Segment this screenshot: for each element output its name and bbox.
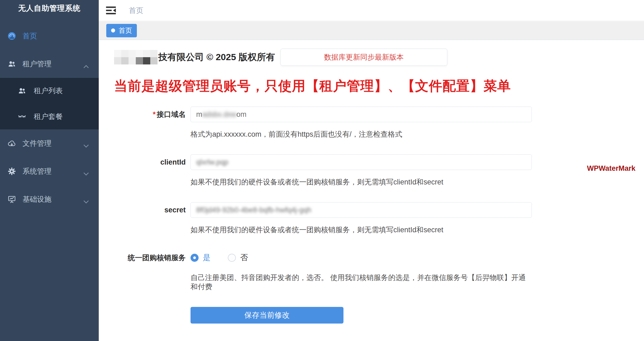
form-row-client-id: clientId qlxrlw.pqp 如果不使用我们的硬件设备或者统一团购核销… (114, 154, 644, 187)
sidebar-item-label: 租户套餐 (34, 112, 63, 121)
groupbuy-radio-group: 是 否 (191, 250, 532, 266)
radio-yes[interactable]: 是 (191, 252, 211, 263)
sidebar-item-file-management[interactable]: 文件管理 (0, 129, 99, 157)
radio-selected-icon (191, 254, 199, 262)
tags-bar: 首页 (99, 21, 644, 40)
redacted-value: adsbx.dxw (202, 110, 237, 119)
secret-label: secret (114, 202, 191, 234)
sidebar-item-label: 租户列表 (34, 86, 63, 96)
client-id-help-text: 如果不使用我们的硬件设备或者统一团购核销服务，则无需填写clientId和sec… (191, 177, 532, 187)
package-icon (17, 112, 27, 121)
secret-help-text: 如果不使用我们的硬件设备或者统一团购核销服务，则无需填写clientId和sec… (191, 225, 532, 234)
copyright-row: 技有限公司 © 2025 版权所有 数据库更新同步最新版本 (114, 49, 644, 66)
admin-warning-text: 当前是超级管理员账号，只使用【租户管理】、【文件配置】菜单 (114, 77, 644, 95)
infrastructure-icon (7, 194, 17, 204)
sidebar-item-home[interactable]: 首页 (0, 22, 99, 50)
chevron-down-icon (83, 169, 89, 173)
db-sync-button[interactable]: 数据库更新同步最新版本 (280, 49, 447, 66)
sidebar-item-tenant-management[interactable]: 租户管理 (0, 50, 99, 78)
client-id-label: clientId (114, 154, 191, 187)
form-row-api-domain: *接口域名 madsbx.dxwom 格式为api.xxxxxx.com，前面没… (114, 107, 644, 139)
redacted-company-name (114, 50, 158, 64)
sidebar-menu: 首页 租户管理 租户列表 (0, 22, 99, 213)
sidebar-item-label: 文件管理 (23, 139, 52, 148)
sidebar-item-tenant-package[interactable]: 租户套餐 (0, 104, 99, 129)
radio-no[interactable]: 否 (228, 252, 248, 263)
copyright-text: 技有限公司 © 2025 版权所有 (158, 51, 275, 63)
sidebar-submenu-tenant: 租户列表 租户套餐 (0, 78, 99, 129)
chevron-down-icon (83, 197, 89, 201)
radio-label: 否 (240, 252, 248, 263)
active-tag-dot-icon (111, 28, 115, 32)
watermark-text: WPWaterMark (587, 164, 635, 173)
cloud-upload-icon (7, 139, 17, 148)
secret-input[interactable]: 8f0jd49-92b0-4be8-bqfb-hwfq4j-gqh (191, 202, 532, 218)
app-title: 无人自助管理系统 (0, 0, 99, 17)
redacted-value: qlxrlw.pqp (196, 158, 228, 166)
users-icon (17, 86, 27, 96)
sidebar-item-system-management[interactable]: 系统管理 (0, 157, 99, 185)
tag-label: 首页 (119, 26, 132, 35)
save-button[interactable]: 保存当前修改 (191, 307, 343, 324)
tag-home[interactable]: 首页 (106, 24, 137, 37)
radio-label: 是 (203, 252, 211, 263)
sidebar-item-label: 系统管理 (23, 166, 52, 176)
form-row-secret: secret 8f0jd49-92b0-4be8-bqfb-hwfq4j-gqh… (114, 202, 644, 234)
main-content: 技有限公司 © 2025 版权所有 数据库更新同步最新版本 当前是超级管理员账号… (99, 40, 644, 341)
groupbuy-service-label: 统一团购核销服务 (114, 250, 191, 291)
dashboard-icon (7, 31, 17, 41)
sidebar-fold-icon[interactable] (106, 6, 116, 15)
breadcrumb: 首页 (129, 6, 143, 15)
groupbuy-help-text: 自己注册美团、抖音团购开发者的，选否。 使用我们核销服务的选是，并在微信服务号【… (191, 273, 532, 291)
api-domain-input[interactable]: madsbx.dxwom (191, 107, 532, 122)
input-value: om (236, 110, 247, 119)
sidebar: 无人自助管理系统 首页 租户管理 (0, 0, 99, 341)
sidebar-item-label: 首页 (23, 31, 37, 41)
required-asterisk: * (153, 110, 156, 118)
chevron-up-icon (83, 62, 89, 66)
client-id-input[interactable]: qlxrlw.pqp (191, 154, 532, 170)
gear-icon (7, 166, 17, 176)
form-row-groupbuy-service: 统一团购核销服务 是 否 自己注册美团、抖音团购开发者的，选否。 使用我们核销服… (114, 250, 644, 291)
sidebar-item-label: 基础设施 (23, 194, 52, 204)
topbar: 首页 (99, 0, 644, 21)
users-icon (7, 59, 17, 69)
input-value: m (196, 110, 202, 119)
settings-form: *接口域名 madsbx.dxwom 格式为api.xxxxxx.com，前面没… (114, 107, 644, 324)
sidebar-item-tenant-list[interactable]: 租户列表 (0, 78, 99, 104)
api-domain-label: *接口域名 (114, 107, 191, 139)
app-screen: 无人自助管理系统 首页 租户管理 (0, 0, 644, 341)
api-domain-help-text: 格式为api.xxxxxx.com，前面没有https后面也没有/，注意检查格式 (191, 130, 532, 139)
chevron-down-icon (83, 142, 89, 145)
radio-unselected-icon (228, 254, 236, 262)
sidebar-item-infrastructure[interactable]: 基础设施 (0, 185, 99, 213)
sidebar-item-label: 租户管理 (23, 59, 52, 69)
redacted-value: 8f0jd49-92b0-4be8-bqfb-hwfq4j-gqh (196, 206, 311, 214)
